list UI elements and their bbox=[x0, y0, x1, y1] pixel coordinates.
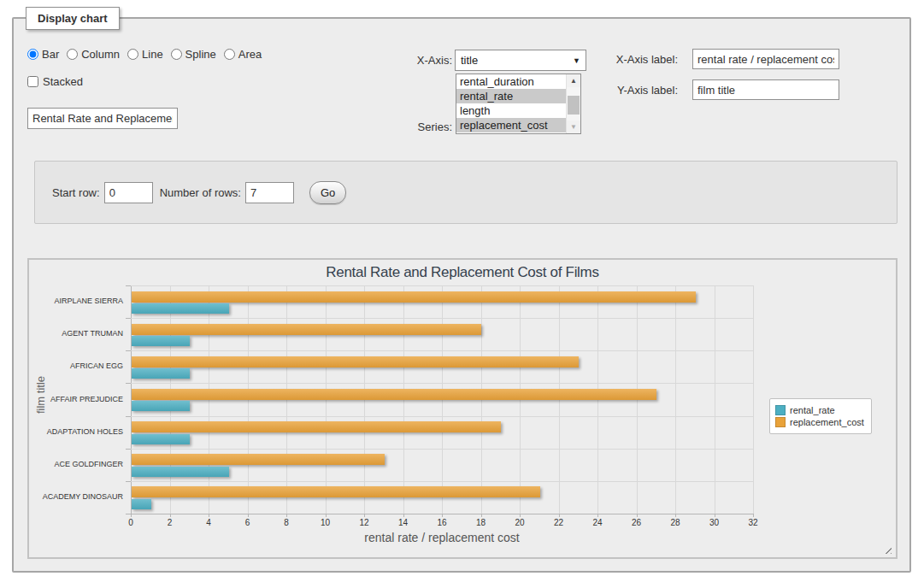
resize-grip-icon[interactable] bbox=[882, 544, 892, 554]
chart-bar-rental_rate[interactable] bbox=[132, 467, 229, 477]
gridline bbox=[131, 285, 753, 286]
series-option-rental_rate[interactable]: rental_rate bbox=[456, 89, 566, 103]
chart-bar-rental_rate[interactable] bbox=[132, 401, 190, 411]
start-row-label: Start row: bbox=[52, 186, 100, 199]
chart-legend: rental_ratereplacement_cost bbox=[769, 398, 872, 434]
gridline bbox=[131, 481, 753, 482]
scrollbar-thumb[interactable] bbox=[568, 96, 580, 115]
radio-line[interactable] bbox=[127, 49, 138, 60]
gridline bbox=[715, 285, 715, 514]
scrollbar-track[interactable] bbox=[567, 87, 580, 121]
chart-bar-rental_rate[interactable] bbox=[132, 434, 190, 444]
chart-bar-replacement_cost[interactable] bbox=[132, 324, 481, 335]
x-tick-label: 30 bbox=[702, 518, 727, 527]
radio-bar[interactable] bbox=[27, 49, 38, 60]
x-tick-mark bbox=[753, 514, 754, 517]
y-axis-line bbox=[131, 285, 132, 514]
x-axis-select-value: title bbox=[461, 54, 573, 67]
chart-bar-rental_rate[interactable] bbox=[132, 499, 151, 509]
gridline bbox=[753, 285, 754, 514]
x-tick-mark bbox=[715, 514, 715, 517]
legend-item-rental_rate[interactable]: rental_rate bbox=[775, 405, 864, 415]
radio-label: Spline bbox=[185, 48, 216, 61]
stacked-checkbox-row[interactable]: Stacked bbox=[27, 75, 83, 88]
y-axis-label-input[interactable] bbox=[692, 79, 839, 100]
x-tick-mark bbox=[170, 514, 171, 517]
chart-type-spline[interactable]: Spline bbox=[171, 48, 216, 61]
start-row-input[interactable] bbox=[104, 182, 153, 203]
x-tick-mark bbox=[286, 514, 287, 517]
y-category-label: AIRPLANE SIERRA bbox=[32, 297, 123, 305]
chart-bar-rental_rate[interactable] bbox=[132, 303, 229, 314]
x-tick-label: 10 bbox=[313, 518, 338, 527]
x-tick-mark bbox=[131, 514, 132, 517]
x-tick-mark bbox=[442, 514, 443, 517]
x-tick-label: 2 bbox=[157, 518, 183, 527]
chart-bar-replacement_cost[interactable] bbox=[132, 291, 696, 303]
y-category-label: AFFAIR PREJUDICE bbox=[32, 395, 123, 403]
x-tick-mark bbox=[403, 514, 404, 517]
radio-area[interactable] bbox=[224, 49, 235, 60]
y-axis-label-caption: Y-Axis label: bbox=[595, 84, 678, 97]
chart-bar-replacement_cost[interactable] bbox=[132, 421, 501, 432]
gridline bbox=[131, 416, 753, 417]
x-tick-label: 4 bbox=[196, 518, 221, 527]
chart-bar-rental_rate[interactable] bbox=[132, 336, 190, 346]
x-tick-mark bbox=[248, 514, 249, 517]
chart-bar-replacement_cost[interactable] bbox=[132, 389, 656, 400]
x-tick-label: 6 bbox=[235, 518, 261, 527]
chart-type-bar[interactable]: Bar bbox=[27, 48, 59, 61]
chart-type-line[interactable]: Line bbox=[127, 48, 163, 61]
y-category-label: AGENT TRUMAN bbox=[32, 329, 123, 338]
x-axis-title: rental rate / replacement cost bbox=[131, 531, 753, 544]
num-rows-label: Number of rows: bbox=[160, 186, 241, 199]
gridline bbox=[131, 383, 753, 384]
chart-bar-replacement_cost[interactable] bbox=[132, 356, 579, 367]
gridline bbox=[131, 449, 753, 450]
x-tick-label: 24 bbox=[585, 518, 610, 527]
display-chart-fieldset: Display chart BarColumnLineSplineArea St… bbox=[12, 17, 911, 573]
chart-title-input[interactable] bbox=[27, 108, 178, 129]
x-axis-select[interactable]: title ▼ bbox=[455, 50, 586, 71]
chart-bar-replacement_cost[interactable] bbox=[132, 486, 540, 497]
x-tick-mark bbox=[326, 514, 327, 517]
y-category-label: ADAPTATION HOLES bbox=[32, 427, 123, 436]
chart-bar-rental_rate[interactable] bbox=[132, 368, 190, 379]
plot-area bbox=[131, 285, 753, 514]
series-listbox[interactable]: rental_durationrental_ratelengthreplacem… bbox=[456, 73, 581, 134]
x-tick-label: 26 bbox=[624, 518, 650, 527]
scroll-up-icon[interactable]: ▲ bbox=[567, 74, 580, 87]
x-tick-mark bbox=[209, 514, 209, 517]
legend-swatch bbox=[775, 405, 786, 415]
fieldset-legend: Display chart bbox=[26, 7, 120, 30]
series-option-replacement_cost[interactable]: replacement_cost bbox=[456, 118, 566, 132]
chart-bar-replacement_cost[interactable] bbox=[132, 454, 385, 465]
x-tick-mark bbox=[520, 514, 521, 517]
stacked-label: Stacked bbox=[43, 75, 83, 88]
series-option-rental_duration[interactable]: rental_duration bbox=[456, 74, 566, 89]
radio-label: Area bbox=[238, 48, 262, 61]
y-tick-mark bbox=[126, 383, 131, 384]
radio-label: Column bbox=[81, 48, 120, 61]
series-label: Series: bbox=[373, 121, 452, 133]
series-scrollbar[interactable]: ▲ ▼ bbox=[566, 74, 580, 133]
page: Display chart BarColumnLineSplineArea St… bbox=[0, 0, 924, 582]
legend-item-replacement_cost[interactable]: replacement_cost bbox=[775, 417, 864, 427]
chart-type-area[interactable]: Area bbox=[224, 48, 262, 61]
radio-spline[interactable] bbox=[171, 49, 182, 60]
radio-label: Bar bbox=[42, 48, 59, 61]
x-axis-label-input[interactable] bbox=[692, 49, 839, 69]
go-button[interactable]: Go bbox=[309, 181, 346, 204]
chart-type-column[interactable]: Column bbox=[67, 48, 120, 61]
y-tick-mark bbox=[126, 416, 131, 417]
radio-column[interactable] bbox=[67, 49, 78, 60]
stacked-checkbox[interactable] bbox=[27, 76, 38, 87]
series-option-length[interactable]: length bbox=[456, 103, 566, 118]
scroll-down-icon[interactable]: ▼ bbox=[567, 121, 580, 133]
legend-swatch bbox=[775, 417, 786, 427]
x-tick-mark bbox=[675, 514, 676, 517]
gridline bbox=[131, 318, 753, 319]
num-rows-input[interactable] bbox=[245, 182, 294, 203]
chevron-down-icon: ▼ bbox=[573, 56, 580, 65]
y-category-label: ACE GOLDFINGER bbox=[32, 460, 123, 468]
